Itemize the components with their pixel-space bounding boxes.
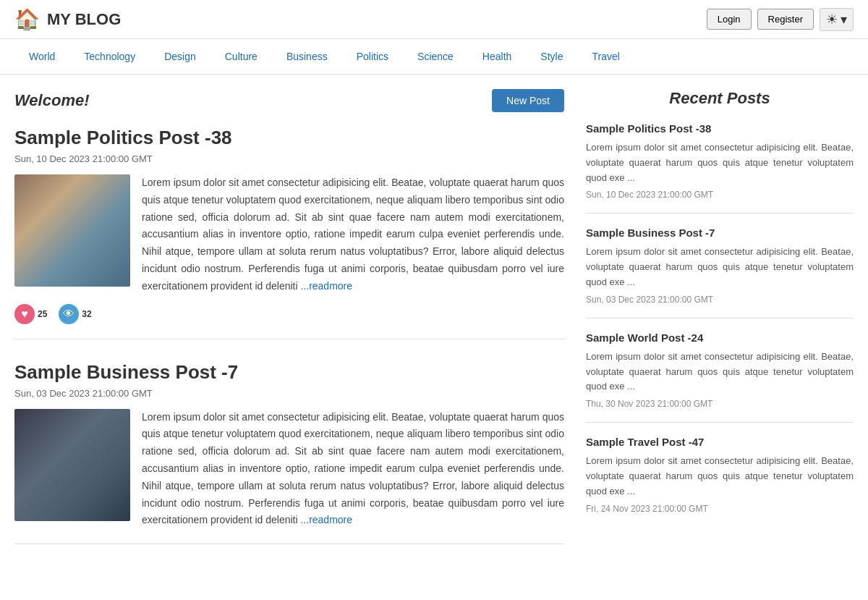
recent-post-2: Sample World Post -24 Lorem ipsum dolor … [586,331,854,423]
nav-item-health[interactable]: Health [468,48,526,65]
nav-item-culture[interactable]: Culture [210,48,272,65]
sidebar-title: Recent Posts [586,89,854,108]
recent-post-date-3: Fri, 24 Nov 2023 21:00:00 GMT [586,504,854,514]
post-image-1 [14,409,130,521]
welcome-bar: Welcome! New Post [14,89,564,112]
like-button-0[interactable]: ♥ 25 [14,304,47,324]
sun-icon: ☀ [826,12,838,28]
sidebar: Recent Posts Sample Politics Post -38 Lo… [586,89,854,566]
post-card-1: Sample Business Post -7 Sun, 03 Dec 2023… [14,361,564,545]
post-excerpt-1: Lorem ipsum dolor sit amet consectetur a… [142,409,564,530]
recent-post-3: Sample Travel Post -47 Lorem ipsum dolor… [586,436,854,526]
recent-post-title-1[interactable]: Sample Business Post -7 [586,227,854,239]
recent-post-excerpt-0: Lorem ipsum dolor sit amet consectetur a… [586,140,854,185]
header: 🏠 MY BLOG Login Register ☀ ▾ [0,0,868,39]
heart-icon: ♥ [14,304,35,324]
recent-post-1: Sample Business Post -7 Lorem ipsum dolo… [586,227,854,318]
post-card-0: Sample Politics Post -38 Sun, 10 Dec 202… [14,127,564,339]
chevron-down-icon: ▾ [841,12,847,28]
recent-post-title-3[interactable]: Sample Travel Post -47 [586,436,854,448]
post-date-1: Sun, 03 Dec 2023 21:00:00 GMT [14,388,564,399]
tech-image [14,409,130,521]
nav-item-travel[interactable]: Travel [577,48,634,65]
recent-post-0: Sample Politics Post -38 Lorem ipsum dol… [586,122,854,214]
nav-item-science[interactable]: Science [403,48,468,65]
eye-icon: 👁 [59,304,79,324]
main-layout: Welcome! New Post Sample Politics Post -… [0,75,868,580]
welcome-text: Welcome! [14,91,90,110]
recent-post-date-2: Thu, 30 Nov 2023 21:00:00 GMT [586,399,854,409]
nav-item-design[interactable]: Design [150,48,210,65]
recent-post-excerpt-1: Lorem ipsum dolor sit amet consectetur a… [586,245,854,290]
main-nav: World Technology Design Culture Business… [0,39,868,75]
recent-post-date-0: Sun, 10 Dec 2023 21:00:00 GMT [586,190,854,200]
post-body-1: Lorem ipsum dolor sit amet consectetur a… [14,409,564,530]
login-button[interactable]: Login [707,9,752,30]
nav-item-style[interactable]: Style [526,48,577,65]
post-title-0[interactable]: Sample Politics Post -38 [14,127,564,149]
post-body-0: Lorem ipsum dolor sit amet consectetur a… [14,174,564,295]
logo-icon: 🏠 [14,7,40,31]
theme-toggle[interactable]: ☀ ▾ [820,8,854,31]
recent-post-excerpt-3: Lorem ipsum dolor sit amet consectetur a… [586,454,854,499]
blog-title: MY BLOG [47,10,121,29]
content-area: Welcome! New Post Sample Politics Post -… [14,89,564,566]
nav-item-technology[interactable]: Technology [69,48,150,65]
nav-item-world[interactable]: World [14,48,69,65]
recent-post-date-1: Sun, 03 Dec 2023 21:00:00 GMT [586,295,854,305]
view-count-0: 32 [82,309,91,319]
nav-item-business[interactable]: Business [272,48,342,65]
readmore-link-0[interactable]: ...readmore [300,280,352,292]
nav-item-politics[interactable]: Politics [342,48,403,65]
recent-post-title-0[interactable]: Sample Politics Post -38 [586,122,854,135]
post-title-1[interactable]: Sample Business Post -7 [14,361,564,384]
like-count-0: 25 [38,309,47,319]
readmore-link-1[interactable]: ...readmore [300,514,352,525]
post-image-0 [14,174,130,287]
recent-post-title-2[interactable]: Sample World Post -24 [586,331,854,344]
post-actions-0: ♥ 25 👁 32 [14,304,564,324]
post-excerpt-0: Lorem ipsum dolor sit amet consectetur a… [142,174,564,295]
header-left: 🏠 MY BLOG [14,7,121,31]
register-button[interactable]: Register [757,9,814,30]
new-post-button[interactable]: New Post [492,89,564,112]
header-right: Login Register ☀ ▾ [707,8,854,31]
food-image [14,174,130,287]
recent-post-excerpt-2: Lorem ipsum dolor sit amet consectetur a… [586,350,854,394]
post-date-0: Sun, 10 Dec 2023 21:00:00 GMT [14,153,564,164]
view-button-0[interactable]: 👁 32 [59,304,91,324]
